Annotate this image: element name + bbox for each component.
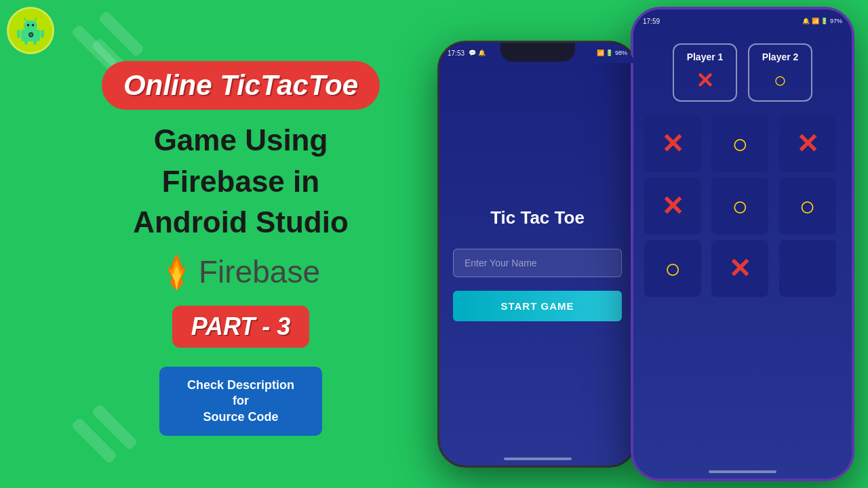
players-row: Player 1 ✕ Player 2 ○: [644, 43, 841, 102]
title-badge: Online TicTacToe: [102, 61, 380, 110]
svg-point-2: [24, 20, 37, 31]
cell-6[interactable]: ○: [644, 240, 701, 297]
cell-5[interactable]: ○: [779, 178, 836, 235]
cell-4[interactable]: ○: [711, 178, 768, 235]
phone-left-home-bar: [504, 458, 572, 460]
phone-left: 17:53 💬 🔔 📶 🔋 98% Tic Tac Toe Enter Your…: [437, 41, 637, 468]
phone-left-time: 17:53: [448, 49, 465, 57]
phone-right-time: 17:59: [643, 18, 660, 25]
cta-line1: Check Description for: [187, 378, 294, 407]
title-badge-text: Online TicTacToe: [123, 69, 358, 101]
firebase-label: Firebase: [199, 253, 320, 290]
player2-symbol: ○: [774, 68, 787, 93]
svg-rect-7: [17, 30, 20, 38]
svg-text:⚙: ⚙: [28, 31, 34, 39]
phone-left-game-title: Tic Tac Toe: [490, 207, 585, 228]
cta-line2: Source Code: [203, 410, 278, 424]
phone-left-input-placeholder: Enter Your Name: [465, 258, 537, 268]
svg-rect-8: [41, 30, 44, 38]
player2-card: Player 2 ○: [748, 43, 812, 102]
phone-right-screen: Player 1 ✕ Player 2 ○ ✕ ○ ✕ ✕ ○ ○ ○: [633, 33, 852, 479]
part-badge: PART - 3: [172, 306, 310, 348]
phone-left-name-input[interactable]: Enter Your Name: [453, 249, 622, 277]
player1-label: Player 1: [687, 52, 724, 62]
svg-point-4: [32, 24, 35, 26]
cta-source-code-button[interactable]: Check Description for Source Code: [159, 367, 322, 436]
android-icon: ⚙: [7, 7, 54, 54]
firebase-icon: [161, 253, 192, 291]
cell-0[interactable]: ✕: [644, 115, 701, 172]
phone-left-start-button[interactable]: START GAME: [453, 291, 622, 321]
cell-7[interactable]: ✕: [711, 240, 768, 297]
phone-right-status-bar: 17:59 🔔 📶 🔋 97%: [633, 9, 852, 33]
phone-right: 17:59 🔔 📶 🔋 97% Player 1 ✕ Player 2 ○ ✕: [631, 7, 854, 481]
svg-point-3: [27, 24, 30, 26]
cell-1[interactable]: ○: [711, 115, 768, 172]
cell-8[interactable]: [779, 240, 836, 297]
svg-rect-10: [33, 40, 37, 45]
part-badge-text: PART - 3: [191, 312, 291, 340]
left-content: Online TicTacToe Game Using Firebase in …: [41, 61, 441, 436]
player1-symbol: ✕: [696, 68, 714, 94]
player1-card: Player 1 ✕: [673, 43, 737, 102]
subtitle-line3: Android Studio: [133, 205, 349, 240]
player2-label: Player 2: [762, 52, 799, 62]
phone-left-notch: [500, 43, 575, 62]
phone-left-screen: Tic Tac Toe Enter Your Name START GAME: [439, 63, 635, 466]
subtitle-line1: Game Using: [154, 123, 328, 158]
cell-2[interactable]: ✕: [779, 115, 836, 172]
svg-rect-9: [24, 40, 28, 45]
firebase-row: Firebase: [161, 253, 320, 291]
subtitle-line2: Firebase in: [162, 165, 319, 199]
phone-right-home-bar: [709, 470, 776, 473]
cell-3[interactable]: ✕: [644, 178, 701, 235]
ttt-board: ✕ ○ ✕ ✕ ○ ○ ○ ✕: [644, 115, 841, 297]
